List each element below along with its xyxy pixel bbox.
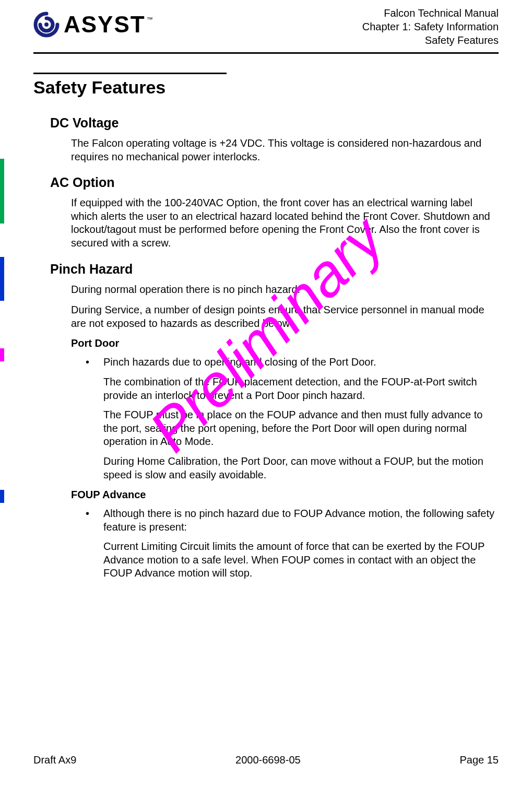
footer-docnum: 2000-6698-05: [235, 754, 301, 766]
heading-dc-voltage: DC Voltage: [50, 115, 499, 131]
footer-page: Page 15: [459, 754, 499, 766]
subheading-port-door: Port Door: [71, 337, 499, 349]
heading-pinch-hazard: Pinch Hazard: [50, 262, 499, 277]
logo-name: ASYST: [64, 11, 146, 38]
logo: ASYST ™: [33, 6, 153, 38]
header-right: Falcon Technical Manual Chapter 1: Safet…: [362, 6, 499, 47]
bullet-icon: •: [86, 356, 103, 369]
changebar-blue-1: [0, 257, 4, 301]
paragraph: If equipped with the 100-240VAC Option, …: [71, 196, 499, 250]
bullet-item: • Although there is no pinch hazard due …: [86, 507, 499, 534]
paragraph: Current Limiting Circuit limits the amou…: [103, 540, 499, 580]
subheading-foup-advance: FOUP Advance: [71, 489, 499, 501]
footer-draft: Draft Ax9: [33, 754, 76, 766]
paragraph: During Service, a number of design point…: [71, 303, 499, 330]
paragraph: The Falcon operating voltage is +24 VDC.…: [71, 137, 499, 163]
bullet-text: Pinch hazards due to opening and closing…: [103, 356, 376, 369]
changebar-blue-2: [0, 490, 4, 503]
bullet-item: • Pinch hazards due to opening and closi…: [86, 356, 499, 369]
logo-swirl-icon: [33, 11, 60, 38]
header-manual-title: Falcon Technical Manual: [362, 6, 499, 20]
section-rule: [33, 73, 227, 74]
paragraph: The combination of the FOUP placement de…: [103, 375, 499, 402]
logo-text: ASYST ™: [64, 11, 153, 38]
svg-point-0: [44, 22, 49, 27]
header-chapter: Chapter 1: Safety Information: [362, 20, 499, 33]
page-footer: Draft Ax9 2000-6698-05 Page 15: [33, 754, 499, 766]
page-header: ASYST ™ Falcon Technical Manual Chapter …: [33, 6, 499, 54]
paragraph: During normal operation there is no pinc…: [71, 283, 499, 297]
bullet-text: Although there is no pinch hazard due to…: [103, 507, 499, 534]
heading-ac-option: AC Option: [50, 175, 499, 190]
paragraph: During Home Calibration, the Port Door, …: [103, 455, 499, 481]
paragraph: The FOUP must be in place on the FOUP ad…: [103, 408, 499, 449]
page-title: Safety Features: [33, 77, 499, 98]
changebar-magenta-1: [0, 348, 4, 361]
changebar-green-1: [0, 159, 4, 224]
logo-trademark: ™: [146, 11, 153, 23]
header-section: Safety Features: [362, 33, 499, 47]
bullet-icon: •: [86, 507, 103, 534]
